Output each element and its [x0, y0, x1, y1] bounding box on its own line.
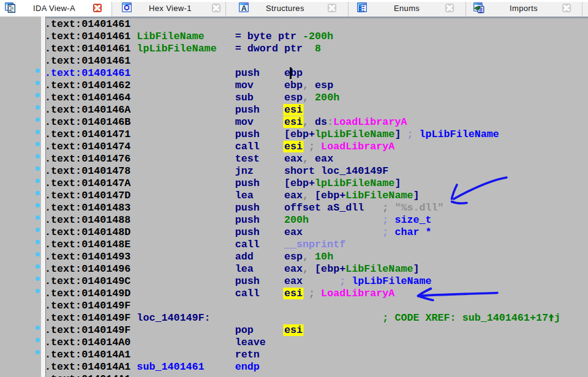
svg-text:A: A — [241, 4, 247, 12]
